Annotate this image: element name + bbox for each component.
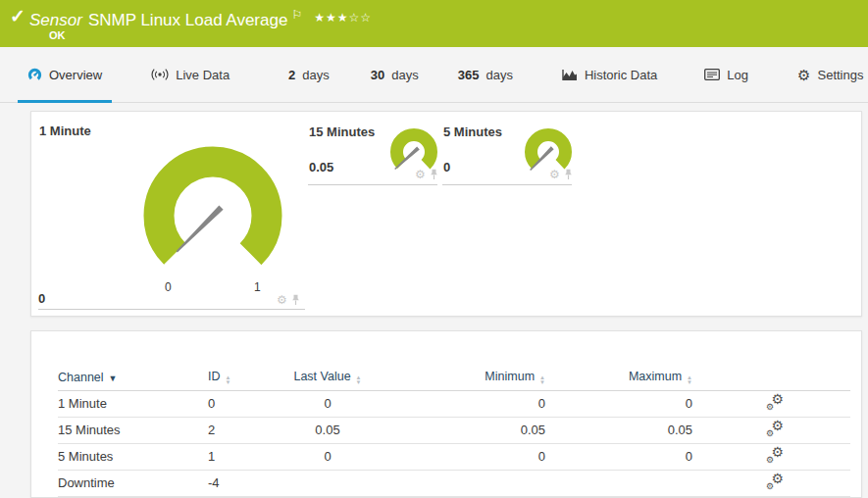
tab-number: 365 <box>458 68 480 82</box>
gauge-15min-label: 15 Minutes <box>309 124 375 139</box>
table-header-row: Channel▼ ID▲▼ Last Value▲▼ Minimum▲▼ Max… <box>58 365 850 390</box>
tab-settings[interactable]: ⚙ Settings <box>788 47 868 102</box>
table-row-1-minute[interactable]: 1 Minute 0 0 0 0 ⚙⚙ <box>58 390 850 417</box>
cell-last-value: 0.05 <box>267 417 388 443</box>
cell-minimum: 0 <box>388 443 545 470</box>
channel-settings-icon[interactable]: ⚙⚙ <box>766 394 784 410</box>
cell-channel: Downtime <box>58 470 208 496</box>
pin-icon[interactable] <box>291 294 300 306</box>
column-header-last-value[interactable]: Last Value▲▼ <box>267 365 388 390</box>
gauge-5min-label: 5 Minutes <box>443 124 502 139</box>
cell-id: 1 <box>208 443 267 470</box>
column-header-channel[interactable]: Channel▼ <box>58 365 208 390</box>
column-header-minimum[interactable]: Minimum▲▼ <box>388 365 545 390</box>
gauge-1min-scale-max: 1 <box>254 280 261 294</box>
gear-icon: ⚙ <box>797 68 810 82</box>
cell-maximum: 0 <box>545 390 692 417</box>
cell-id: -4 <box>208 470 267 496</box>
gauge-icon <box>27 68 42 82</box>
tab-label: days <box>302 68 329 82</box>
gear-icon[interactable]: ⚙ <box>415 169 426 180</box>
gauge-cell-divider <box>38 309 305 310</box>
tab-365-days[interactable]: 365 days <box>448 47 523 102</box>
cell-channel: 15 Minutes <box>58 417 208 443</box>
tab-label: days <box>391 68 418 82</box>
pin-icon[interactable] <box>564 169 573 180</box>
tab-label: Live Data <box>176 68 230 82</box>
gauge-1min-scale-min: 0 <box>165 280 172 294</box>
gear-icon[interactable]: ⚙ <box>549 169 560 180</box>
channel-settings-icon[interactable]: ⚙⚙ <box>766 473 784 489</box>
gauge-needle <box>175 205 223 253</box>
log-icon <box>704 69 720 80</box>
status-badge: OK <box>49 29 66 41</box>
gear-icon[interactable]: ⚙ <box>277 294 287 306</box>
tab-label: Historic Data <box>585 68 657 82</box>
gauge-1min-dial <box>139 142 286 289</box>
tab-30-days[interactable]: 30 days <box>361 47 429 102</box>
table-row-downtime[interactable]: Downtime -4 ⚙⚙ <box>58 470 850 496</box>
gauge-5min-toolbar: ⚙ <box>549 169 573 180</box>
tab-2-days[interactable]: 2 days <box>279 47 339 102</box>
gauge-cell-divider <box>308 184 437 185</box>
cell-last-value: 0 <box>267 443 388 470</box>
table-row-15-minutes[interactable]: 15 Minutes 2 0.05 0.05 0.05 ⚙⚙ <box>58 417 850 443</box>
tab-label: days <box>485 68 512 82</box>
gauge-15min-toolbar: ⚙ <box>415 169 438 180</box>
tab-bar: Overview Live Data 2 days 30 days 365 da… <box>0 47 868 103</box>
tab-live-data[interactable]: Live Data <box>141 47 239 102</box>
tab-number: 30 <box>371 68 384 82</box>
sort-icon: ▲▼ <box>687 375 692 385</box>
cell-minimum <box>388 470 545 496</box>
cell-channel: 1 Minute <box>58 390 208 417</box>
cell-minimum: 0.05 <box>388 417 545 443</box>
gauge-cell-divider <box>442 184 572 185</box>
sensor-header: ✓ SensorSNMP Linux Load Average⚐★★★☆☆ OK <box>0 0 868 47</box>
gauge-15min-value: 0.05 <box>309 160 333 174</box>
channel-settings-icon[interactable]: ⚙⚙ <box>766 421 784 436</box>
sort-icon: ▲▼ <box>226 375 231 385</box>
cell-id: 2 <box>208 417 267 443</box>
tab-label: Log <box>727 68 748 82</box>
tab-label: Overview <box>49 68 102 82</box>
sensor-title: SensorSNMP Linux Load Average⚐★★★☆☆ <box>29 8 372 30</box>
gauge-1min-value: 0 <box>38 291 45 306</box>
gauge-1min-label: 1 Minute <box>39 124 91 138</box>
gauges-panel: 1 Minute 0 1 0 ⚙ 15 Minutes 0.05 ⚙ 5 Min… <box>30 111 862 317</box>
cell-minimum: 0 <box>388 390 545 417</box>
sort-desc-icon: ▼ <box>109 374 118 383</box>
tab-overview[interactable]: Overview <box>18 47 112 102</box>
column-header-settings <box>692 365 850 390</box>
priority-stars[interactable]: ★★★☆☆ <box>314 11 372 25</box>
table-row-5-minutes[interactable]: 5 Minutes 1 0 0 0 ⚙⚙ <box>58 443 850 470</box>
tab-log[interactable]: Log <box>694 47 758 102</box>
column-header-maximum[interactable]: Maximum▲▼ <box>545 365 692 390</box>
cell-maximum <box>545 470 692 496</box>
column-header-id[interactable]: ID▲▼ <box>208 365 267 390</box>
sort-icon: ▲▼ <box>539 375 545 385</box>
tab-label: Settings <box>818 68 864 82</box>
live-data-icon <box>151 68 169 81</box>
cell-maximum: 0.05 <box>545 417 692 443</box>
cell-id: 0 <box>208 390 267 417</box>
channels-table: Channel▼ ID▲▼ Last Value▲▼ Minimum▲▼ Max… <box>58 365 850 497</box>
pin-icon[interactable] <box>430 169 438 180</box>
channel-settings-icon[interactable]: ⚙⚙ <box>766 447 784 463</box>
priority-flag-icon[interactable]: ⚐ <box>291 8 302 22</box>
tab-number: 2 <box>288 68 295 82</box>
cell-last-value: 0 <box>267 390 388 417</box>
cell-last-value <box>267 470 388 496</box>
cell-maximum: 0 <box>545 443 692 470</box>
sort-icon: ▲▼ <box>356 375 362 385</box>
channels-panel: Channel▼ ID▲▼ Last Value▲▼ Minimum▲▼ Max… <box>30 330 862 498</box>
sensor-type-label: Sensor <box>29 11 82 29</box>
gauge-5min-value: 0 <box>443 160 450 174</box>
cell-channel: 5 Minutes <box>58 443 208 470</box>
status-ok-check-icon: ✓ <box>10 5 26 27</box>
area-chart-icon <box>562 69 578 81</box>
sensor-name: SNMP Linux Load Average <box>88 11 288 29</box>
tab-historic-data[interactable]: Historic Data <box>552 47 667 102</box>
gauge-1min-toolbar: ⚙ <box>277 294 300 306</box>
